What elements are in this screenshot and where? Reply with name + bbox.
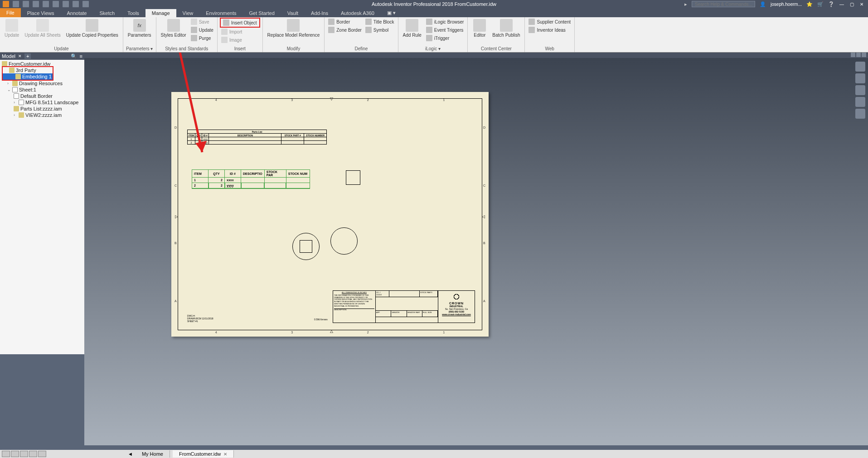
nav-full-icon[interactable] — [855, 73, 865, 83]
doc-tab-file[interactable]: FromCustomer.idw✕ — [173, 450, 234, 458]
doc-tab-home[interactable]: My Home — [136, 450, 170, 458]
ilogic-browser-button[interactable]: iLogic Browser — [425, 18, 465, 25]
tab-collapse[interactable]: ▣ ▾ — [381, 9, 402, 17]
tab-get-started[interactable]: Get Started — [243, 9, 281, 17]
nav-zoom-icon[interactable] — [855, 109, 865, 119]
nav-orbit-icon[interactable] — [855, 85, 865, 95]
file-tab[interactable]: File — [0, 8, 21, 17]
view-mode-3[interactable] — [20, 451, 28, 457]
browser-add-tab[interactable]: + — [24, 53, 31, 59]
define-group-title: Define — [327, 45, 395, 51]
styles-group-title: Styles and Standards — [159, 45, 214, 51]
titleblock-button[interactable]: Title Block — [364, 18, 395, 25]
tree-view2[interactable]: ›VIEW2:zzzz.iam — [1, 112, 83, 118]
nav-pan-icon[interactable] — [855, 97, 865, 107]
content-group-title: Content Center — [470, 45, 522, 51]
signin-label[interactable]: joseph.hoerm... — [771, 2, 802, 7]
maximize-button[interactable]: ▢ — [849, 1, 854, 7]
tree-sheet[interactable]: ⌄Sheet:1 — [1, 87, 83, 93]
styles-purge-button[interactable]: Purge — [190, 34, 214, 42]
tab-vault[interactable]: Vault — [281, 9, 305, 17]
tree-border[interactable]: Default Border — [1, 93, 83, 99]
insert-object-button[interactable]: Insert Object — [220, 18, 260, 27]
canvas-max-icon[interactable] — [856, 53, 861, 57]
search-input[interactable] — [692, 1, 755, 7]
help-icon[interactable]: ❔ — [828, 1, 834, 7]
itrigger-button[interactable]: iTrigger — [425, 34, 465, 42]
open-icon[interactable] — [13, 1, 19, 7]
close-icon[interactable]: ✕ — [223, 452, 227, 457]
browser-menu-icon[interactable]: ≡ — [80, 53, 82, 59]
close-button[interactable]: ✕ — [859, 1, 864, 7]
drawing-sheet[interactable]: 4321 DCBA DCBA 4321 ▽ △ ▷ ◁ Parts List — [171, 92, 489, 337]
minimize-button[interactable]: — — [839, 1, 844, 7]
styles-update-button[interactable]: Update — [190, 26, 214, 34]
modify-group-title: Modify — [266, 45, 322, 51]
tab-addins[interactable]: Add-Ins — [305, 9, 335, 17]
tab-a360[interactable]: Autodesk A360 — [335, 9, 381, 17]
symbol-button[interactable]: Symbol — [364, 26, 395, 34]
embedded-table[interactable]: ITEM QTY ID # DESCRIPTIO STOCK PAR STOCK… — [192, 169, 310, 188]
update-button[interactable]: Update — [3, 18, 21, 39]
view-mode-1[interactable] — [2, 451, 10, 457]
tree-root[interactable]: FromCustomer.idw — [1, 61, 83, 67]
tab-environments[interactable]: Environments — [199, 9, 242, 17]
import-button[interactable]: Import — [220, 28, 260, 35]
canvas-min-icon[interactable] — [851, 53, 855, 57]
canvas-close-icon[interactable] — [862, 53, 866, 57]
gear-icon — [451, 292, 461, 302]
ilogic-group-title: iLogic ▾ — [401, 45, 465, 51]
favorites-icon[interactable]: ⭐ — [806, 1, 813, 7]
tab-view[interactable]: View — [176, 9, 200, 17]
cc-editor-button[interactable]: Editor — [470, 18, 489, 39]
parts-list-table[interactable]: Parts List ITEM QTY ID # DESCRIPTION STO… — [187, 130, 327, 145]
titlebar: Autodesk Inventor Professional 2018 From… — [0, 0, 868, 8]
material-icon[interactable] — [73, 1, 79, 7]
parameters-button[interactable]: fxParameters — [126, 18, 153, 39]
event-triggers-button[interactable]: Event Triggers — [425, 26, 465, 34]
redo-icon[interactable] — [43, 1, 49, 7]
square-view[interactable] — [346, 170, 360, 185]
tree-embedding[interactable]: Embedding 1 — [3, 73, 53, 80]
cart-icon[interactable]: 🛒 — [817, 1, 824, 7]
search-icon[interactable]: 🔍 — [71, 53, 77, 59]
model-browser: FromCustomer.idw 3rd Party Embedding 1 ›… — [0, 60, 84, 354]
supplier-content-button[interactable]: Supplier Content — [528, 18, 572, 25]
tree-resources[interactable]: ›Drawing Resources — [1, 80, 83, 87]
browser-close-tab[interactable]: ✕ — [18, 54, 22, 58]
update-copied-button[interactable]: Update Copied Properties — [64, 18, 120, 39]
nav-home-icon[interactable] — [855, 62, 865, 72]
tree-3rd-party[interactable]: 3rd Party — [3, 67, 53, 73]
canvas[interactable]: 4321 DCBA DCBA 4321 ▽ △ ▷ ◁ Parts List — [84, 53, 868, 445]
tree-mfg[interactable]: ›MFG 8.5x11 Landscape — [1, 99, 83, 106]
circle-view-2[interactable] — [330, 227, 358, 255]
styles-editor-button[interactable]: Styles Editor — [159, 18, 188, 39]
styles-save-button[interactable]: Save — [190, 18, 214, 25]
tab-place-views[interactable]: Place Views — [21, 9, 61, 17]
app-icon[interactable] — [3, 1, 9, 7]
signin-icon[interactable]: 👤 — [760, 1, 766, 7]
tab-sketch[interactable]: Sketch — [93, 9, 121, 17]
border-button[interactable]: Border — [327, 18, 363, 25]
select-icon[interactable] — [63, 1, 69, 7]
tree-parts-list[interactable]: Parts List:zzzz.iam — [1, 106, 83, 112]
app-title: Autodesk Inventor Professional 2018 From… — [372, 1, 496, 7]
batch-publish-button[interactable]: Batch Publish — [490, 18, 522, 39]
tab-manage[interactable]: Manage — [145, 9, 176, 17]
appearance-icon[interactable] — [82, 1, 89, 7]
update-all-sheets-button[interactable]: Update All Sheets — [23, 18, 63, 39]
save-icon[interactable] — [23, 1, 29, 7]
image-button[interactable]: Image — [220, 36, 260, 43]
tab-tools[interactable]: Tools — [121, 9, 145, 17]
view-mode-5[interactable] — [38, 451, 46, 457]
home-icon[interactable] — [53, 1, 59, 7]
view-mode-2[interactable] — [11, 451, 19, 457]
add-rule-button[interactable]: Add Rule — [401, 18, 423, 39]
view-mode-4[interactable] — [29, 451, 37, 457]
tab-annotate[interactable]: Annotate — [60, 9, 93, 17]
inventor-ideas-button[interactable]: Inventor Ideas — [528, 26, 572, 34]
undo-icon[interactable] — [33, 1, 39, 7]
title-block[interactable]: ALL DIMENSIONS IN INCHES THE INFORMATION… — [333, 290, 475, 323]
replace-model-button[interactable]: Replace Model Reference — [266, 18, 322, 39]
zone-border-button[interactable]: Zone Border — [327, 26, 363, 34]
